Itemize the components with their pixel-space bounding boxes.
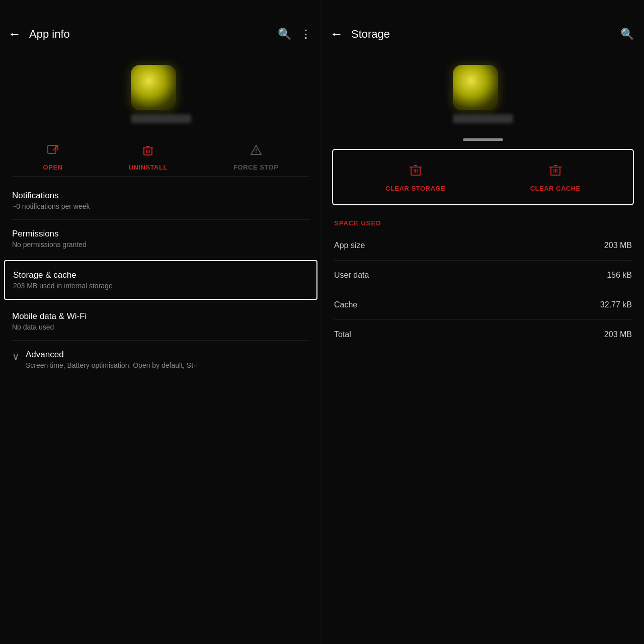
- mobile-data-subtitle: No data used: [12, 323, 309, 331]
- storage-page-title: Storage: [351, 28, 620, 41]
- total-label: Total: [334, 330, 351, 339]
- header-icons: 🔍 ⋮: [278, 28, 311, 41]
- app-info-panel: ← App info 🔍 ⋮ OPEN: [0, 0, 322, 644]
- storage-app-icon-container: [453, 65, 513, 123]
- svg-point-10: [256, 152, 257, 153]
- storage-app-icon: [453, 65, 498, 110]
- total-value: 203 MB: [604, 330, 632, 339]
- uninstall-icon: [141, 143, 155, 160]
- app-icon-area: [0, 50, 321, 133]
- settings-list: Notifications ~0 notifications per week …: [0, 177, 321, 644]
- uninstall-button[interactable]: UNINSTALL: [129, 143, 168, 171]
- open-icon: [46, 143, 60, 160]
- action-buttons-row: OPEN UNINSTALL: [0, 133, 321, 176]
- user-data-row: User data 156 kB: [334, 261, 632, 290]
- cache-row: Cache 32.77 kB: [334, 290, 632, 320]
- clear-storage-label: CLEAR STORAGE: [385, 185, 445, 192]
- more-options-icon[interactable]: ⋮: [300, 28, 311, 41]
- space-used-heading: SPACE USED: [334, 219, 632, 227]
- user-data-value: 156 kB: [607, 271, 632, 280]
- scroll-bar: [463, 138, 503, 141]
- storage-app-icon-area: [322, 50, 644, 133]
- app-info-header: ← App info 🔍 ⋮: [0, 0, 321, 50]
- storage-header-icons: 🔍: [620, 28, 634, 41]
- clear-cache-icon: [548, 162, 563, 181]
- advanced-content: Advanced Screen time, Battery optimisati…: [26, 350, 197, 369]
- chevron-down-icon: ∨: [12, 350, 20, 362]
- app-size-row: App size 203 MB: [334, 231, 632, 261]
- permissions-subtitle: No permissions granted: [12, 240, 309, 249]
- app-size-label: App size: [334, 241, 365, 250]
- advanced-subtitle: Screen time, Battery optimisation, Open …: [26, 361, 197, 369]
- notifications-subtitle: ~0 notifications per week: [12, 202, 309, 210]
- cache-label: Cache: [334, 300, 357, 309]
- clear-cache-button[interactable]: CLEAR CACHE: [530, 162, 581, 192]
- app-icon-container: [131, 65, 191, 123]
- force-stop-label: FORCE STOP: [233, 164, 278, 171]
- storage-back-button[interactable]: ←: [330, 26, 343, 42]
- open-button[interactable]: OPEN: [43, 143, 63, 171]
- svg-rect-0: [48, 145, 56, 153]
- advanced-item[interactable]: ∨ Advanced Screen time, Battery optimisa…: [0, 341, 321, 378]
- app-icon: [131, 65, 176, 110]
- space-used-section: SPACE USED App size 203 MB User data 156…: [322, 215, 644, 349]
- cache-value: 32.77 kB: [600, 300, 632, 309]
- storage-subtitle: 203 MB used in internal storage: [13, 282, 308, 290]
- permissions-title: Permissions: [12, 229, 309, 239]
- app-size-value: 203 MB: [604, 241, 632, 250]
- clear-buttons-box: CLEAR STORAGE CLEAR CACHE: [332, 149, 634, 205]
- storage-panel: ← Storage 🔍: [322, 0, 644, 644]
- notifications-title: Notifications: [12, 191, 309, 201]
- storage-search-icon[interactable]: 🔍: [620, 28, 634, 41]
- scroll-indicator: [322, 133, 644, 143]
- uninstall-label: UNINSTALL: [129, 164, 168, 171]
- notifications-item[interactable]: Notifications ~0 notifications per week: [0, 182, 321, 219]
- mobile-data-item[interactable]: Mobile data & Wi-Fi No data used: [0, 302, 321, 340]
- storage-title: Storage & cache: [13, 270, 308, 280]
- clear-storage-icon: [408, 162, 423, 181]
- divider-2: [12, 258, 309, 258]
- storage-header: ← Storage 🔍: [322, 0, 644, 50]
- force-stop-button[interactable]: FORCE STOP: [233, 143, 278, 171]
- open-label: OPEN: [43, 164, 63, 171]
- total-row: Total 203 MB: [334, 320, 632, 349]
- page-title: App info: [29, 28, 278, 41]
- permissions-item[interactable]: Permissions No permissions granted: [0, 220, 321, 258]
- app-name-blurred: [131, 114, 191, 123]
- advanced-title: Advanced: [26, 350, 197, 360]
- clear-cache-label: CLEAR CACHE: [530, 185, 581, 192]
- clear-storage-button[interactable]: CLEAR STORAGE: [385, 162, 445, 192]
- mobile-data-title: Mobile data & Wi-Fi: [12, 311, 309, 321]
- force-stop-icon: [249, 143, 263, 160]
- user-data-label: User data: [334, 271, 369, 280]
- storage-item[interactable]: Storage & cache 203 MB used in internal …: [4, 260, 317, 300]
- back-button[interactable]: ←: [8, 26, 21, 42]
- search-icon[interactable]: 🔍: [278, 28, 291, 41]
- storage-app-name-blurred: [453, 114, 513, 123]
